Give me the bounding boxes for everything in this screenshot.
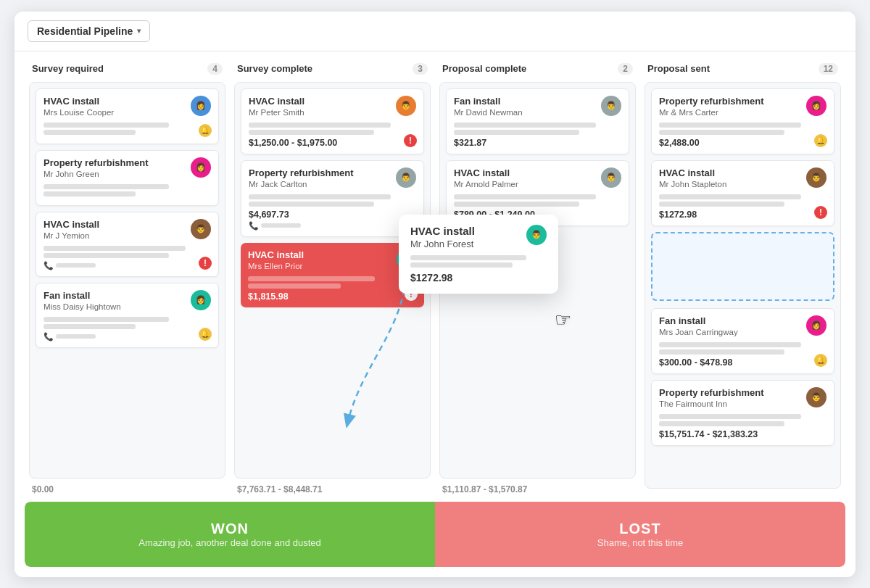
column-inner: HVAC install Mrs Louise Cooper 👩 🔔 — [29, 82, 225, 479]
card[interactable]: Property refurbishment Mr John Green 👩 — [36, 150, 219, 206]
column-title: Survey required — [32, 63, 104, 74]
card-subtitle: Mrs Louise Cooper — [44, 108, 114, 117]
floating-card: HVAC install Mr John Forest 👨 $1272.98 — [399, 215, 558, 294]
phone-line — [56, 334, 96, 339]
card-subtitle: Mr Arnold Palmer — [454, 180, 518, 189]
card-line — [249, 130, 374, 135]
card-price: $15,751.74 - $21,383.23 — [659, 429, 826, 439]
card-subtitle: Mr Jack Carlton — [249, 180, 353, 189]
card-subtitle: Mr Peter Smith — [249, 108, 304, 117]
card-title: HVAC install — [249, 96, 304, 107]
card-title: Fan install — [659, 315, 738, 326]
card-header: HVAC install Mr Arnold Palmer 👨 — [454, 167, 621, 191]
phone-icon: 📞 — [44, 261, 54, 270]
card-line — [659, 130, 784, 135]
card-line — [659, 202, 784, 207]
card[interactable]: Fan install Mrs Joan Carringway 👩 $300.0… — [651, 308, 834, 374]
card-line — [44, 191, 136, 196]
card-lines — [44, 246, 211, 258]
lost-zone[interactable]: LOST Shame, not this time — [435, 502, 845, 567]
card[interactable]: Property refurbishment The Fairmount Inn… — [651, 380, 834, 446]
avatar: 👨 — [526, 225, 547, 245]
won-zone[interactable]: WON Amazing job, another deal done and d… — [25, 502, 435, 567]
card[interactable]: HVAC install Mr John Stapleton 👨 $1272.9… — [651, 160, 834, 226]
bell-badge: 🔔 — [814, 354, 827, 367]
avatar: 👩 — [806, 96, 826, 116]
alert-badge: ! — [404, 134, 417, 147]
column-footer: $1,110.87 - $1,570.87 — [439, 479, 636, 502]
avatar: 👨 — [601, 167, 621, 188]
phone-line — [261, 223, 301, 228]
column-title: Proposal complete — [442, 63, 526, 74]
card-header: HVAC install Mr John Forest 👨 — [410, 225, 547, 252]
card[interactable]: HVAC install Mr J Yemion 👨 📞 ! — [36, 212, 219, 277]
card-title: Property refurbishment — [249, 167, 353, 178]
floating-card-title: HVAC install — [410, 225, 475, 237]
card-lines — [659, 414, 826, 426]
card-title: HVAC install — [454, 167, 518, 178]
column-count: 3 — [413, 63, 428, 75]
card-line — [410, 255, 526, 260]
card-line — [659, 194, 801, 199]
card[interactable]: HVAC install Mrs Louise Cooper 👩 🔔 — [36, 88, 219, 144]
card-title: Fan install — [454, 96, 523, 107]
card-line — [44, 253, 169, 258]
column-inner: Property refurbishment Mr & Mrs Carter 👩… — [645, 82, 841, 489]
card-phone: 📞 — [249, 221, 416, 231]
column-count: 4 — [207, 63, 223, 75]
card[interactable]: Fan install Mr David Newman 👨 $321.87 — [446, 88, 629, 154]
won-zone-title: WON — [211, 521, 249, 537]
column-header-proposal-sent: Proposal sent 12 — [645, 63, 841, 82]
card-price: $4,697.73 — [249, 210, 416, 220]
bell-badge: 🔔 — [199, 328, 212, 341]
column-title: Survey complete — [237, 63, 312, 74]
alert-badge: ! — [814, 206, 827, 219]
card-price: $1,815.98 — [248, 291, 417, 302]
pipeline-label: Residential Pipeline — [37, 25, 133, 37]
card-header: Fan install Miss Daisy Hightown 👩 — [44, 290, 211, 314]
card-lines — [410, 255, 547, 268]
card-line — [248, 276, 375, 281]
avatar: 👩 — [191, 290, 211, 310]
pipeline-selector[interactable]: Residential Pipeline ▾ — [28, 20, 150, 42]
card-line — [44, 123, 169, 128]
card-lines — [659, 194, 826, 207]
card-lines — [249, 123, 416, 135]
column-survey-required: Survey required 4 HVAC install Mrs Louis… — [29, 63, 225, 502]
card-header: Fan install Mrs Joan Carringway 👩 — [659, 315, 826, 339]
avatar: 👨 — [601, 96, 621, 116]
card-subtitle: Mrs Ellen Prior — [248, 262, 304, 270]
card[interactable]: Property refurbishment Mr & Mrs Carter 👩… — [651, 88, 834, 154]
card-line — [249, 194, 391, 199]
card[interactable]: Fan install Miss Daisy Hightown 👩 📞 🔔 — [36, 283, 219, 348]
card-red[interactable]: HVAC install Mrs Ellen Prior 👩 $1,815.98… — [241, 243, 424, 307]
column-header-proposal-complete: Proposal complete 2 — [439, 63, 636, 82]
bell-badge: 🔔 — [814, 134, 827, 147]
card-line — [249, 202, 374, 207]
card-header: Property refurbishment Mr John Green 👩 — [44, 157, 211, 181]
card[interactable]: Property refurbishment Mr Jack Carlton 👨… — [241, 160, 424, 237]
card-title: HVAC install — [44, 219, 99, 230]
card-lines — [44, 123, 211, 135]
column-title: Proposal sent — [647, 63, 710, 74]
column-count: 12 — [819, 63, 838, 75]
column-count: 2 — [618, 63, 633, 75]
card-header: HVAC install Mrs Louise Cooper 👩 — [44, 96, 211, 120]
card-title: HVAC install — [659, 167, 726, 178]
card-price: $1272.98 — [659, 210, 826, 220]
card-lines — [454, 123, 621, 135]
card-header: HVAC install Mr J Yemion 👨 — [44, 219, 211, 243]
floating-card-subtitle: Mr John Forest — [410, 239, 475, 249]
bottom-strip: WON Amazing job, another deal done and d… — [25, 502, 845, 567]
card-line — [44, 317, 169, 322]
card[interactable]: HVAC install Mr Peter Smith 👨 $1,250.00 … — [241, 88, 424, 154]
card-header: Fan install Mr David Newman 👨 — [454, 96, 621, 120]
app-container: Residential Pipeline ▾ Survey required 4… — [14, 12, 856, 577]
card-lines — [659, 123, 826, 135]
drop-zone[interactable] — [651, 232, 834, 301]
card-header: Property refurbishment The Fairmount Inn… — [659, 387, 826, 411]
card-line — [249, 123, 391, 128]
card-line — [659, 421, 784, 426]
avatar: 👨 — [396, 167, 416, 188]
avatar: 👨 — [396, 96, 416, 116]
